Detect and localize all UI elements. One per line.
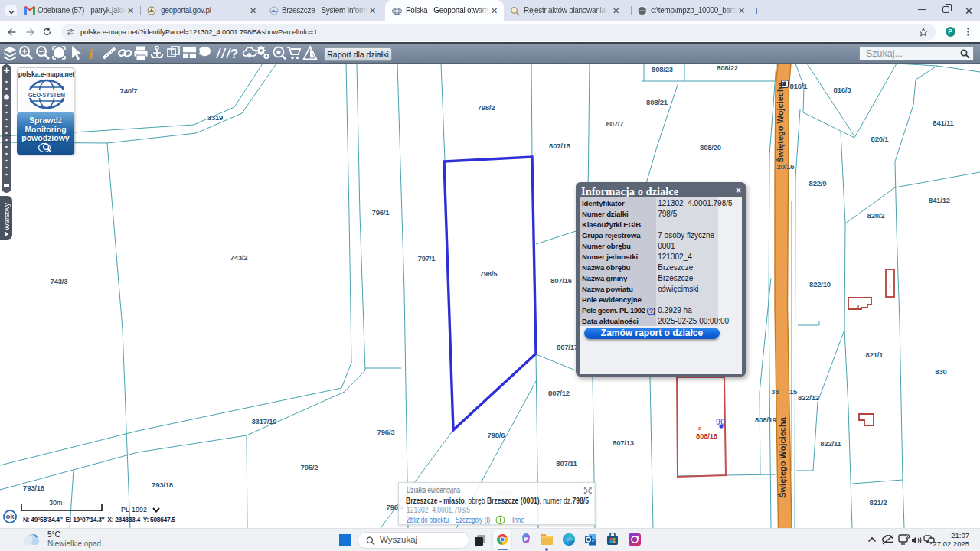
svg-text:807/7: 807/7 bbox=[606, 119, 624, 128]
svg-text:743/2: 743/2 bbox=[230, 253, 248, 262]
svg-text:796/3: 796/3 bbox=[377, 428, 395, 436]
svg-text:Działka ewidencyjna: Działka ewidencyjna bbox=[407, 486, 460, 494]
svg-text:798/2: 798/2 bbox=[478, 103, 495, 112]
svg-text:Brzeszcze - miasto, obręb Brze: Brzeszcze - miasto, obręb Brzeszcze (000… bbox=[406, 496, 589, 505]
svg-text:20/16: 20/16 bbox=[777, 162, 795, 171]
svg-text:830: 830 bbox=[935, 367, 946, 376]
svg-text:822/10: 822/10 bbox=[809, 280, 831, 289]
svg-text:Świętego Wojciecha: Świętego Wojciecha bbox=[778, 416, 787, 497]
svg-text:3319: 3319 bbox=[207, 113, 223, 122]
svg-text:816/1: 816/1 bbox=[790, 82, 808, 90]
svg-text:808/21: 808/21 bbox=[646, 98, 668, 106]
svg-text:808/20: 808/20 bbox=[700, 143, 721, 152]
svg-text:793/18: 793/18 bbox=[152, 481, 173, 489]
svg-text:Zbliż do obiektu: Zbliż do obiektu bbox=[407, 516, 449, 524]
svg-text:807/17: 807/17 bbox=[557, 343, 578, 351]
svg-text:i: i bbox=[89, 46, 93, 62]
svg-text:15: 15 bbox=[789, 387, 798, 396]
svg-text:s: s bbox=[698, 425, 701, 432]
svg-text:820/2: 820/2 bbox=[867, 211, 885, 220]
svg-text:807/16: 807/16 bbox=[550, 276, 572, 285]
svg-text:841/11: 841/11 bbox=[933, 119, 954, 127]
svg-text:807/13: 807/13 bbox=[612, 439, 634, 447]
svg-text:808/22: 808/22 bbox=[717, 64, 738, 72]
svg-text:793/16: 793/16 bbox=[23, 484, 44, 492]
svg-text:807/11: 807/11 bbox=[556, 459, 577, 468]
svg-text:Świętego Wojciecha: Świętego Wojciecha bbox=[776, 81, 785, 162]
svg-text:816/3: 816/3 bbox=[834, 86, 851, 94]
svg-text:820/1: 820/1 bbox=[871, 135, 890, 143]
svg-text:808/23: 808/23 bbox=[652, 65, 673, 73]
svg-text:807/12: 807/12 bbox=[548, 389, 570, 397]
svg-text:3317/19: 3317/19 bbox=[252, 417, 277, 425]
svg-text:33: 33 bbox=[771, 387, 779, 396]
svg-text:Inne: Inne bbox=[512, 516, 524, 524]
svg-text:GEO-SYSTEM: GEO-SYSTEM bbox=[28, 90, 65, 99]
svg-text:808/18: 808/18 bbox=[696, 432, 717, 440]
svg-text:743/3: 743/3 bbox=[51, 277, 68, 285]
svg-text:Szczegóły (I): Szczegóły (I) bbox=[456, 516, 490, 524]
svg-text:798/6: 798/6 bbox=[488, 431, 505, 439]
svg-text:822/12: 822/12 bbox=[798, 393, 819, 402]
svg-text:795/2: 795/2 bbox=[301, 463, 318, 471]
svg-text:822/11: 822/11 bbox=[820, 439, 841, 448]
svg-text:121302_4.0001.798/5: 121302_4.0001.798/5 bbox=[407, 506, 470, 514]
svg-text:797/1: 797/1 bbox=[418, 254, 436, 262]
svg-text:807/15: 807/15 bbox=[549, 142, 571, 150]
svg-text:740/7: 740/7 bbox=[120, 86, 138, 95]
svg-text:822/9: 822/9 bbox=[809, 179, 827, 187]
svg-text:841/12: 841/12 bbox=[929, 196, 950, 204]
svg-text:?: ? bbox=[230, 47, 238, 61]
svg-text:821/1: 821/1 bbox=[866, 350, 884, 359]
svg-text:821/2: 821/2 bbox=[870, 498, 887, 507]
svg-text:796/1: 796/1 bbox=[372, 208, 390, 217]
svg-text:808/19: 808/19 bbox=[755, 416, 776, 424]
svg-text:798/5: 798/5 bbox=[480, 269, 498, 278]
